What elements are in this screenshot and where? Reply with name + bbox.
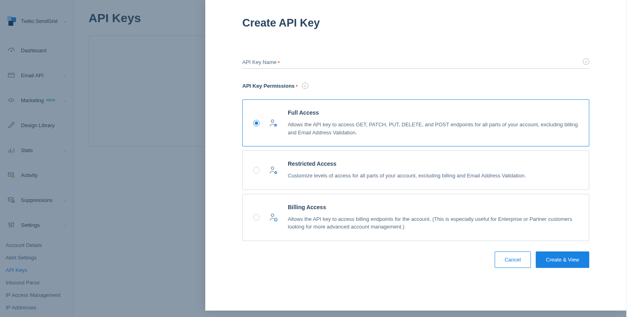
required-indicator: • (278, 59, 280, 65)
radio-button[interactable] (253, 167, 260, 173)
option-description: Customize levels of access for all parts… (288, 172, 526, 180)
cancel-button[interactable]: Cancel (495, 251, 531, 268)
option-description: Allows the API key to access billing end… (288, 215, 578, 231)
permissions-header: API Key Permissions• i (242, 82, 589, 89)
permissions-label: API Key Permissions (242, 83, 295, 89)
option-title: Full Access (288, 109, 578, 116)
permission-option-full-access[interactable]: Full Access Allows the API key to access… (242, 99, 589, 146)
create-and-view-button[interactable]: Create & View (536, 251, 589, 268)
required-indicator: • (296, 83, 298, 89)
right-rail (626, 0, 644, 317)
modal-title: Create API Key (242, 17, 589, 29)
permission-option-restricted-access[interactable]: Restricted Access Customize levels of ac… (242, 150, 589, 190)
user-billing-icon: i (268, 212, 278, 222)
field-label: API Key Name (242, 59, 277, 65)
info-icon[interactable]: i (583, 58, 589, 65)
user-star-icon (268, 118, 278, 128)
create-api-key-modal: Create API Key API Key Name• i API Key P… (205, 0, 626, 311)
modal-actions: Cancel Create & View (242, 251, 589, 268)
option-title: Restricted Access (288, 161, 526, 167)
svg-point-24 (271, 214, 274, 216)
permission-option-billing-access[interactable]: i Billing Access Allows the API key to a… (242, 194, 589, 241)
radio-button[interactable] (253, 120, 260, 126)
svg-point-23 (275, 172, 277, 173)
svg-point-22 (271, 167, 274, 169)
api-key-name-field[interactable]: API Key Name• i (242, 58, 589, 69)
radio-button[interactable] (253, 214, 260, 220)
option-title: Billing Access (288, 204, 578, 210)
option-description: Allows the API key to access GET, PATCH,… (288, 121, 578, 136)
info-icon[interactable]: i (302, 82, 308, 89)
svg-point-21 (271, 119, 274, 122)
user-gear-icon (268, 165, 278, 175)
